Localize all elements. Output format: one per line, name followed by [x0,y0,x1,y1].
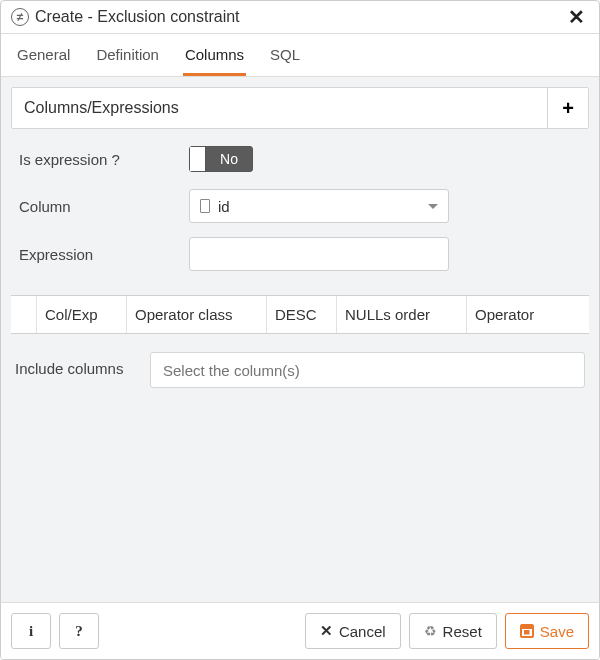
grid-col-nulls-order: NULLs order [337,296,467,333]
grid-col-operator: Operator [467,296,589,333]
columns-section-header: Columns/Expressions + [11,87,589,129]
include-columns-label: Include columns [15,352,150,388]
save-button[interactable]: Save [505,613,589,649]
columns-grid-header: Col/Exp Operator class DESC NULLs order … [11,295,589,334]
title-bar: ≠ Create - Exclusion constraint ✕ [1,1,599,34]
is-expression-value: No [206,151,252,167]
tab-sql[interactable]: SQL [268,34,302,76]
grid-col-operator-class: Operator class [127,296,267,333]
close-icon: ✕ [320,622,333,640]
reset-button-label: Reset [443,623,482,640]
expression-row: Expression [19,237,581,271]
column-select[interactable]: id [189,189,449,223]
tab-bar: General Definition Columns SQL [1,34,599,77]
tab-definition[interactable]: Definition [94,34,161,76]
is-expression-row: Is expression ? No [19,143,581,175]
grid-col-desc: DESC [267,296,337,333]
add-column-button[interactable]: + [547,88,588,128]
grid-col-handle [11,296,37,333]
dialog-title: Create - Exclusion constraint [35,8,558,26]
reset-button[interactable]: ♻ Reset [409,613,497,649]
include-columns-input[interactable] [150,352,585,388]
cancel-button[interactable]: ✕ Cancel [305,613,401,649]
info-button[interactable]: i [11,613,51,649]
close-icon: ✕ [568,6,585,28]
save-button-label: Save [540,623,574,640]
dialog: ≠ Create - Exclusion constraint ✕ Genera… [0,0,600,660]
close-button[interactable]: ✕ [564,7,589,27]
info-icon: i [29,623,33,640]
help-icon: ? [75,623,83,640]
expression-label: Expression [19,246,189,263]
grid-col-colexp: Col/Exp [37,296,127,333]
is-expression-label: Is expression ? [19,151,189,168]
save-icon [520,624,534,638]
exclusion-constraint-icon: ≠ [11,8,29,26]
columns-section-title: Columns/Expressions [12,89,547,127]
tab-general[interactable]: General [15,34,72,76]
help-button[interactable]: ? [59,613,99,649]
dialog-footer: i ? ✕ Cancel ♻ Reset Save [1,602,599,659]
toggle-knob [190,147,206,171]
chevron-down-icon [428,204,438,209]
column-select-value: id [218,198,420,215]
recycle-icon: ♻ [424,623,437,639]
plus-icon: + [562,97,574,119]
cancel-button-label: Cancel [339,623,386,640]
column-label: Column [19,198,189,215]
include-columns-row: Include columns [11,334,589,406]
dialog-body: Columns/Expressions + Is expression ? No… [1,77,599,602]
expression-input[interactable] [189,237,449,271]
column-icon [200,199,210,213]
column-form: Is expression ? No Column id Expression [11,129,589,295]
column-row: Column id [19,189,581,223]
is-expression-toggle[interactable]: No [189,146,253,172]
tab-columns[interactable]: Columns [183,34,246,76]
